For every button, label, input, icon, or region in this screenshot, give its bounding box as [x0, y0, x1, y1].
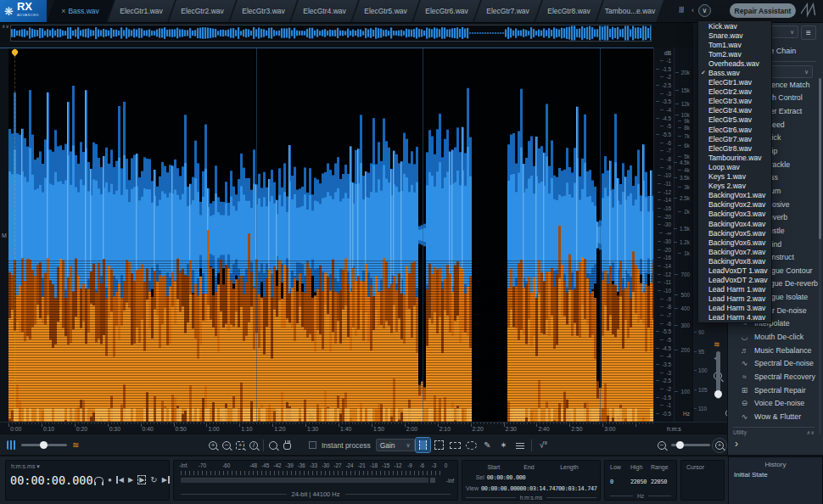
module-item-spectral-de-noise[interactable]: ∿Spectral De-noise [728, 356, 818, 370]
magnify-tool-icon[interactable] [269, 441, 277, 450]
go-to-end-button[interactable]: ▶ [162, 476, 170, 484]
file-menu-item[interactable]: Snare.wav [698, 31, 771, 40]
utility-section-row[interactable]: Utility ∧∨ [733, 427, 815, 436]
tab-elecgtr6-wav[interactable]: ElecGtr6.wav [413, 0, 480, 22]
vertical-zoom-slider[interactable] [716, 351, 720, 399]
spectrogram-waveform-display[interactable] [8, 48, 653, 423]
frequency-selection-tool[interactable] [448, 438, 462, 452]
vertical-zoom-slider-thumb[interactable] [714, 390, 722, 398]
module-item-mouth-de-click[interactable]: ◡Mouth De-click [728, 330, 818, 344]
tab-elecgtr7-wav[interactable]: ElecGtr7.wav [474, 0, 541, 22]
play-selection-button[interactable]: ▶ [137, 475, 146, 484]
tab-bass-wav[interactable]: ×Bass.wav [47, 0, 114, 22]
file-menu-item[interactable]: BackingVox6.wav [698, 238, 771, 247]
panel-menu-button[interactable]: ≡ [801, 25, 816, 40]
zoom-out-icon[interactable]: − [222, 441, 231, 450]
panel-scrollbar[interactable] [819, 78, 821, 434]
tab-elecgtr4-wav[interactable]: ElecGtr4.wav [291, 0, 358, 22]
level-meter-block[interactable]: -Inf.-70-60-48-45-42-39-36-33-30-27-24-2… [173, 460, 458, 501]
time-ruler[interactable]: h:m:s 0:000:100:200:300:400:501:001:101:… [0, 422, 727, 434]
tab-scroll-back-icon[interactable]: ‹ [691, 6, 694, 14]
module-item-spectral-recovery[interactable]: ≈Spectral Recovery [728, 370, 818, 384]
zoom-in-icon[interactable]: + [209, 441, 217, 450]
tab-close-icon[interactable]: × [61, 7, 65, 15]
magic-wand-tool[interactable]: ✶ [496, 438, 511, 452]
zoom-reset-icon[interactable]: / [249, 441, 258, 450]
waveform-view-icon[interactable] [7, 440, 16, 450]
file-menu-item[interactable]: Keys 2.wav [698, 182, 771, 191]
tab-overflow-icon[interactable]: \\\ [677, 5, 685, 14]
file-menu-item[interactable]: ElecGtr2.wav [698, 87, 771, 97]
history-entry[interactable]: Initial State [729, 468, 822, 479]
hand-tool-icon[interactable] [283, 440, 291, 450]
lasso-selection-tool[interactable] [464, 438, 479, 452]
time-format-select[interactable]: h:m:s.ms ▾ [11, 463, 40, 470]
panel-expand-button[interactable]: › [735, 438, 738, 450]
file-menu-item[interactable]: BackingVox3.wav [698, 210, 771, 219]
file-menu-item[interactable]: ✓Bass.wav [698, 68, 771, 77]
process-module-select[interactable]: Gain ∨ [376, 439, 415, 451]
instant-process-checkbox[interactable] [309, 441, 316, 449]
module-item-spectral-repair[interactable]: ⊞Spectral Repair [728, 384, 818, 397]
brush-selection-tool[interactable]: ✎ [480, 438, 495, 452]
tab-elecgtr3-wav[interactable]: ElecGtr3.wav [230, 0, 297, 22]
record-button[interactable]: ● [108, 476, 112, 484]
time-selection-tool[interactable] [416, 438, 430, 452]
find-similar-tool[interactable]: √° [536, 438, 551, 452]
tab-elecgtr2-wav[interactable]: ElecGtr2.wav [169, 0, 236, 22]
file-menu-item[interactable]: Lead Harm 1.wav [698, 285, 771, 294]
monitor-icon[interactable] [94, 477, 104, 484]
overview-collapse-icon[interactable]: ∧∨ [2, 24, 9, 29]
file-menu-item[interactable]: BackingVox5.wav [698, 228, 771, 238]
file-menu-item[interactable]: Loop.wav [698, 162, 771, 171]
spectrogram-view-icon[interactable]: ≋ [72, 440, 79, 450]
file-dropdown-button[interactable]: ∨ [698, 4, 711, 17]
horizontal-zoom-out-icon[interactable]: − [658, 441, 666, 450]
feathering-tool[interactable] [512, 438, 527, 452]
repair-assistant-button[interactable]: Repair Assistant [730, 3, 796, 18]
clip-indicator[interactable] [430, 478, 435, 483]
file-menu-item[interactable]: Tom1.wav [698, 40, 771, 49]
file-menu-item[interactable]: Kick.wav [698, 21, 771, 31]
file-menu-item[interactable]: BackingVox8.wav [698, 256, 771, 266]
file-menu-item[interactable]: Overheads.wav [698, 59, 771, 68]
tab-elecgtr5-wav[interactable]: ElecGtr5.wav [352, 0, 419, 22]
file-menu-item[interactable]: ElecGtr5.wav [698, 115, 771, 125]
file-menu-item[interactable]: ElecGtr8.wav [698, 143, 771, 153]
go-to-start-button[interactable]: ◀ [116, 476, 124, 484]
module-item-wow-flutter[interactable]: ∿Wow & Flutter [728, 410, 818, 423]
file-menu-item[interactable]: ElecGtr1.wav [698, 78, 771, 87]
file-menu-item[interactable]: LeadVoxDT 2.wav [698, 276, 771, 285]
file-menu-item[interactable]: ElecGtr4.wav [698, 106, 771, 115]
waveform-spectrogram-blend-slider[interactable] [21, 444, 67, 446]
file-menu-item[interactable]: LeadVoxDT 1.wav [698, 266, 771, 275]
file-menu-item[interactable]: BackingVox2.wav [698, 200, 771, 210]
file-menu-item[interactable]: Lead Harm 3.wav [698, 304, 771, 313]
file-menu-item[interactable]: Lead Harm 2.wav [698, 294, 771, 304]
tab-elecgtr8-wav[interactable]: ElecGtr8.wav [535, 0, 602, 22]
horizontal-zoom-in-icon[interactable]: + [715, 441, 724, 450]
horizontal-zoom-thumb[interactable] [676, 441, 684, 449]
horizontal-zoom-slider[interactable] [671, 444, 710, 446]
play-button[interactable]: ▶ [128, 476, 133, 484]
file-menu-item[interactable]: Tom2.wav [698, 49, 771, 59]
zoom-selection-icon[interactable]: + [236, 441, 244, 450]
loop-button[interactable]: ↻ [150, 475, 157, 484]
file-menu-item[interactable]: Keys 1.wav [698, 172, 771, 182]
blend-slider-thumb[interactable] [40, 441, 48, 449]
time-frequency-selection-tool[interactable] [432, 438, 446, 452]
file-menu-item[interactable]: ElecGtr3.wav [698, 97, 771, 106]
module-item-music-rebalance[interactable]: ♬Music Rebalance [728, 344, 818, 357]
tab-tambou-e-wav[interactable]: Tambou...e.wav [596, 0, 663, 22]
file-menu-item[interactable]: BackingVox7.wav [698, 247, 771, 256]
file-menu-item[interactable]: ElecGtr7.wav [698, 134, 771, 143]
waveform-overview[interactable] [10, 25, 652, 42]
tab-elecgtr1-wav[interactable]: ElecGtr1.wav [108, 0, 175, 22]
spectrogram-settings-icon[interactable]: ≋ [714, 340, 720, 349]
file-menu-item[interactable]: ElecGtr6.wav [698, 125, 771, 134]
file-menu-item[interactable]: BackingVox4.wav [698, 219, 771, 228]
file-menu-item[interactable]: BackingVox1.wav [698, 191, 771, 200]
file-menu-item[interactable]: Lead Harm 4.wav [698, 313, 771, 322]
file-menu-item[interactable]: Tambourine.wav [698, 153, 771, 162]
module-item-voice-de-noise[interactable]: ⊖Voice De-noise [728, 396, 818, 410]
